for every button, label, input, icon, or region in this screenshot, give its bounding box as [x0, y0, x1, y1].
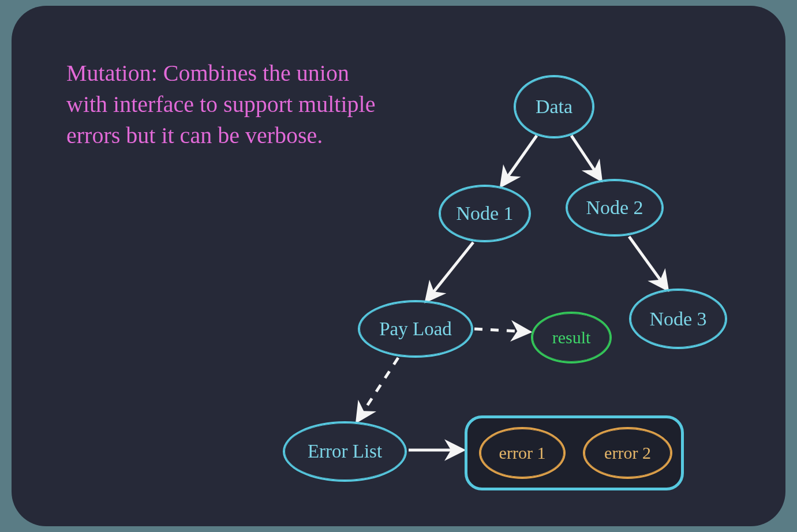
diagram-caption: Mutation: Combines the union with interf… [66, 58, 390, 151]
node-node2: Node 2 [566, 179, 664, 237]
edge-payload-result [474, 329, 528, 332]
node-node3-label: Node 3 [649, 308, 706, 330]
diagram-card: Mutation: Combines the union with interf… [12, 6, 785, 526]
edge-data-node1 [502, 136, 537, 185]
edge-node1-payload [427, 242, 473, 300]
node-error-list: Error List [283, 421, 407, 482]
node-data: Data [514, 75, 594, 138]
edge-payload-errorlist [358, 358, 398, 420]
node-error1: error 1 [479, 427, 566, 479]
node-payload-label: Pay Load [379, 319, 452, 340]
node-node2-label: Node 2 [586, 197, 643, 219]
node-error2: error 2 [583, 427, 672, 479]
node-node3: Node 3 [629, 289, 727, 349]
node-node1: Node 1 [439, 185, 531, 242]
node-error2-label: error 2 [604, 443, 651, 463]
node-error1-label: error 1 [499, 443, 546, 463]
node-payload: Pay Load [358, 300, 473, 358]
node-result: result [531, 312, 612, 364]
node-data-label: Data [536, 96, 573, 118]
edge-data-node2 [571, 136, 600, 179]
node-result-label: result [552, 328, 591, 347]
node-node1-label: Node 1 [456, 203, 513, 224]
node-error-list-label: Error List [308, 441, 382, 462]
edge-node2-node3 [629, 237, 667, 289]
